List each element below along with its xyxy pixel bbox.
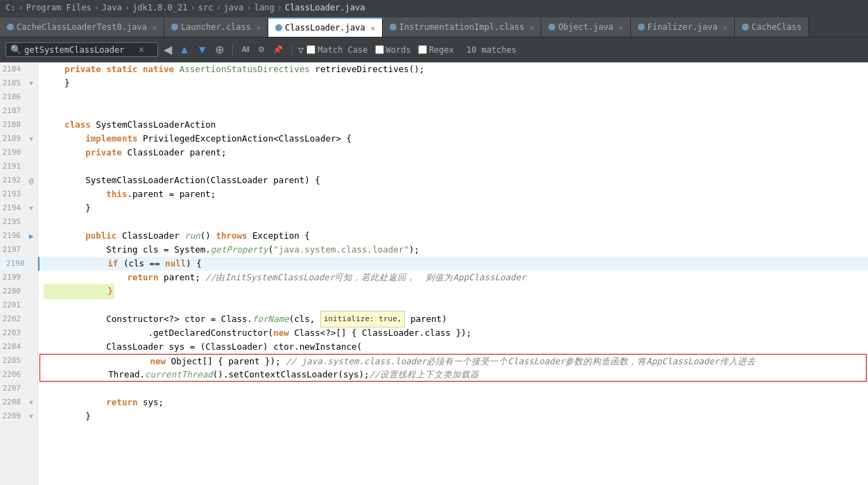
line-num-2193: 2193 (0, 187, 26, 201)
match-case-checkbox[interactable] (306, 45, 315, 54)
gutter-row-2201: 2201 (0, 298, 37, 312)
filter-icon[interactable]: ▽ (298, 44, 304, 56)
gutter-row-2194: 2194 ▼ (0, 201, 37, 215)
match-count: 10 matches (467, 45, 517, 55)
regex-checkbox[interactable] (418, 45, 427, 54)
search-bar: 🔍 ✕ ◀ ▲ ▼ ⊕ All ⚙ 📌 ▽ Match Case Words R… (0, 37, 868, 62)
tab-icon-c (275, 24, 282, 31)
gutter-row-2209: 2209 ▼ (0, 409, 37, 423)
gutter-row-2204: 2204 (0, 340, 37, 354)
close-search-button[interactable]: ⊕ (212, 43, 227, 57)
tab-label: CacheClass (752, 22, 801, 32)
search-icon: 🔍 (10, 44, 21, 55)
regex-option[interactable]: Regex (418, 45, 454, 55)
gutter-row-2202: 2202 (0, 312, 37, 326)
words-checkbox[interactable] (375, 45, 384, 54)
gutter-row-2207: 2207 (0, 382, 37, 395)
line-gutter: 2184 2185 ▼ 2186 2187 2188 2189 ▼ (0, 62, 38, 485)
option-all-button[interactable]: All (238, 44, 253, 56)
tab-label: InstrumentationImpl.class (399, 22, 525, 32)
search-input[interactable] (24, 45, 135, 55)
words-label: Words (386, 45, 411, 55)
tab-icon-c (548, 24, 555, 31)
option-pin-button[interactable]: 📌 (270, 44, 286, 56)
breadcrumb-java[interactable]: Java (102, 3, 122, 12)
code-line-2194: } (38, 201, 868, 215)
code-line-2201 (38, 298, 868, 312)
next-match-button[interactable]: ▲ (176, 43, 193, 57)
line-num-2208: 2208 (0, 395, 26, 409)
line-num-2194: 2194 (0, 201, 26, 215)
tab-close-icon[interactable]: ✕ (153, 24, 157, 31)
breadcrumb-programfiles[interactable]: Program Files (26, 3, 92, 12)
line-num-2202: 2202 (0, 312, 26, 326)
match-case-option[interactable]: Match Case (306, 45, 367, 55)
prev-match-button[interactable]: ◀ (161, 43, 175, 57)
match-case-label: Match Case (318, 45, 367, 55)
breadcrumb-drive[interactable]: C: (6, 3, 15, 12)
code-line-2197: String cls = System.getProperty("java.sy… (38, 243, 868, 257)
tab-classloader[interactable]: ClassLoader.java ✕ (268, 17, 383, 37)
fold-icon-2209[interactable]: ▼ (26, 413, 36, 420)
tab-launcher[interactable]: Launcher.class ✕ (164, 17, 268, 37)
gutter-row-2192: 2192 @ (0, 173, 37, 187)
tab-finalizer[interactable]: Finalizer.java ✕ (631, 17, 735, 37)
tab-instrumentation[interactable]: InstrumentationImpl.class ✕ (383, 17, 542, 37)
tab-cacheclass0[interactable]: CacheClassLoaderTest0.java ✕ (0, 17, 164, 37)
gutter-row-2196: 2196 ▶ (0, 229, 37, 243)
search-input-wrap: 🔍 ✕ (6, 42, 158, 57)
code-line-2187 (38, 104, 868, 118)
breadcrumb-jdk[interactable]: jdk1.8.0_21 (132, 3, 187, 12)
breadcrumb-src[interactable]: src (198, 3, 214, 12)
code-area[interactable]: private static native AssertionStatusDir… (38, 62, 868, 485)
code-line-2204: ClassLoader sys = (ClassLoader) ctor.new… (38, 340, 868, 354)
line-num-2191: 2191 (0, 160, 26, 173)
code-line-2188: class SystemClassLoaderAction (38, 118, 868, 132)
code-line-2198: if (cls == null) { (38, 257, 868, 271)
tab-label: Object.java (558, 22, 613, 32)
search-options: Match Case Words Regex 10 matches (306, 45, 517, 55)
line-num-2188: 2188 (0, 118, 26, 132)
option-format-button[interactable]: ⚙ (254, 44, 268, 56)
code-line-2186 (38, 90, 868, 104)
gutter-row-2191: 2191 (0, 160, 37, 173)
tab-close-icon[interactable]: ✕ (257, 24, 261, 31)
tab-label: CacheClassLoaderTest0.java (17, 22, 147, 32)
line-num-2207: 2207 (0, 382, 26, 395)
tab-object[interactable]: Object.java ✕ (541, 17, 631, 37)
code-line-2205: new Object[] { parent }); // java.system… (40, 354, 867, 368)
fold-icon-2185[interactable]: ▼ (26, 80, 36, 87)
tab-icon-c (7, 24, 14, 31)
gutter-row-2205: 2205 (0, 354, 37, 368)
fold-icon-2208[interactable]: ▼ (26, 399, 36, 406)
tab-close-icon[interactable]: ✕ (371, 24, 375, 32)
tab-close-icon[interactable]: ✕ (530, 24, 534, 31)
line-num-2189: 2189 (0, 132, 26, 146)
words-option[interactable]: Words (375, 45, 411, 55)
fold-icon-2189[interactable]: ▼ (26, 135, 36, 142)
line-num-2205: 2205 (0, 354, 26, 368)
tab-close-icon[interactable]: ✕ (723, 24, 727, 31)
breadcrumb-lang[interactable]: lang (254, 3, 275, 12)
clear-search-button[interactable]: ✕ (138, 45, 145, 55)
gutter-row-2188: 2188 (0, 118, 37, 132)
gutter-row-2200: 2200 (0, 284, 37, 298)
tab-close-icon[interactable]: ✕ (619, 24, 623, 31)
line-num-2201: 2201 (0, 298, 26, 312)
code-line-2208: return sys; (38, 395, 868, 409)
tab-cacheclass2[interactable]: CacheClass (735, 17, 809, 37)
code-line-2192: SystemClassLoaderAction(ClassLoader pare… (38, 173, 868, 187)
tab-icon-c (171, 24, 178, 31)
next-match-down-button[interactable]: ▼ (194, 43, 211, 57)
gutter-row-2184: 2184 (0, 62, 37, 76)
fold-icon-2194[interactable]: ▼ (26, 205, 36, 212)
line-num-2197: 2197 (0, 243, 26, 257)
code-line-2200: } (38, 284, 868, 298)
tooltip-initialize: initialize: true, (320, 311, 406, 327)
code-line-2185: } (38, 76, 868, 90)
gutter-row-2203: 2203 (0, 326, 37, 340)
breadcrumb-java2[interactable]: java (224, 3, 244, 12)
breadcrumb-classloader-file[interactable]: ClassLoader.java (285, 3, 365, 12)
annotation-icon-2192: @ (26, 176, 36, 185)
code-line-2191 (38, 160, 868, 173)
